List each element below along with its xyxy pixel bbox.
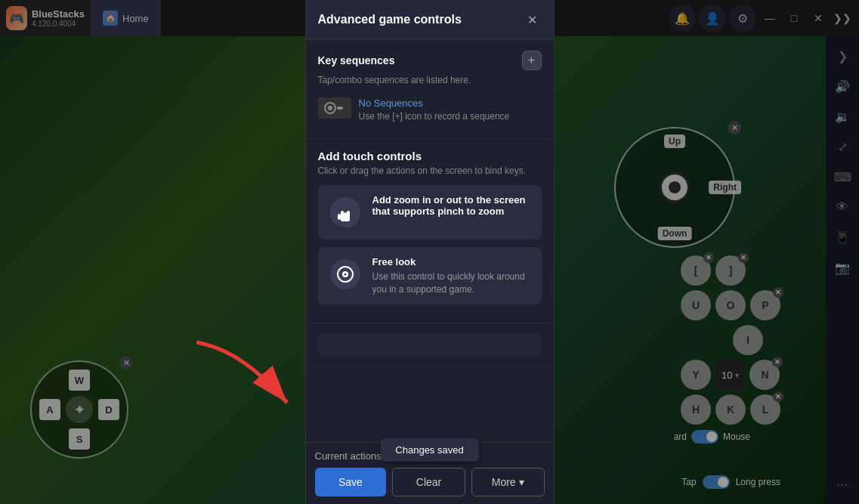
- current-label: Current actions: [315, 450, 382, 462]
- current-actions-section-partial: [306, 323, 554, 368]
- button-row: Save Clear More ▾: [315, 468, 545, 496]
- modal-close-btn[interactable]: ✕: [524, 11, 542, 29]
- svg-point-12: [344, 273, 346, 275]
- svg-point-1: [328, 106, 332, 110]
- sequence-icon: [318, 97, 351, 119]
- no-sequences-body: Use the [+] icon to record a sequence: [359, 110, 510, 123]
- advanced-game-controls-modal: Advanced game controls ✕ Key sequences +…: [305, 0, 555, 504]
- key-sequences-subtitle: Tap/combo sequences are listed here.: [318, 75, 542, 85]
- add-sequence-btn[interactable]: +: [522, 51, 542, 70]
- freelook-card-body: Use this control to quickly look around …: [372, 271, 533, 296]
- svg-rect-7: [338, 214, 341, 220]
- zoom-card-title: Add zoom in or out to the screen that su…: [372, 194, 533, 217]
- freelook-control-card[interactable]: Free look Use this control to quickly lo…: [318, 247, 542, 305]
- touch-controls-title: Add touch controls: [318, 150, 542, 162]
- save-button[interactable]: Save: [315, 468, 387, 496]
- more-chevron-icon: ▾: [519, 476, 524, 488]
- touch-controls-section: Add touch controls Click or drag the act…: [306, 139, 554, 324]
- no-sequences-row: No Sequences Use the [+] icon to record …: [318, 93, 542, 128]
- modal-header: Advanced game controls ✕: [306, 0, 554, 40]
- svg-rect-2: [337, 107, 343, 110]
- clear-button[interactable]: Clear: [392, 468, 465, 496]
- key-sequences-title: Key sequences: [318, 54, 395, 66]
- svg-rect-8: [341, 217, 350, 221]
- more-button[interactable]: More ▾: [471, 468, 545, 496]
- freelook-icon: [327, 256, 363, 292]
- modal-body[interactable]: Key sequences + Tap/combo sequences are …: [306, 40, 554, 442]
- key-sequences-section: Key sequences + Tap/combo sequences are …: [306, 40, 554, 139]
- modal-title: Advanced game controls: [318, 13, 462, 26]
- freelook-card-title: Free look: [372, 256, 533, 267]
- changes-saved-toast: Changes saved: [380, 438, 478, 462]
- zoom-icon: [327, 194, 363, 230]
- zoom-control-card[interactable]: Add zoom in or out to the screen that su…: [318, 185, 542, 240]
- touch-controls-subtitle: Click or drag the actions on the screen …: [318, 165, 542, 176]
- no-sequences-title: No Sequences: [359, 97, 510, 109]
- more-label: More: [492, 476, 516, 488]
